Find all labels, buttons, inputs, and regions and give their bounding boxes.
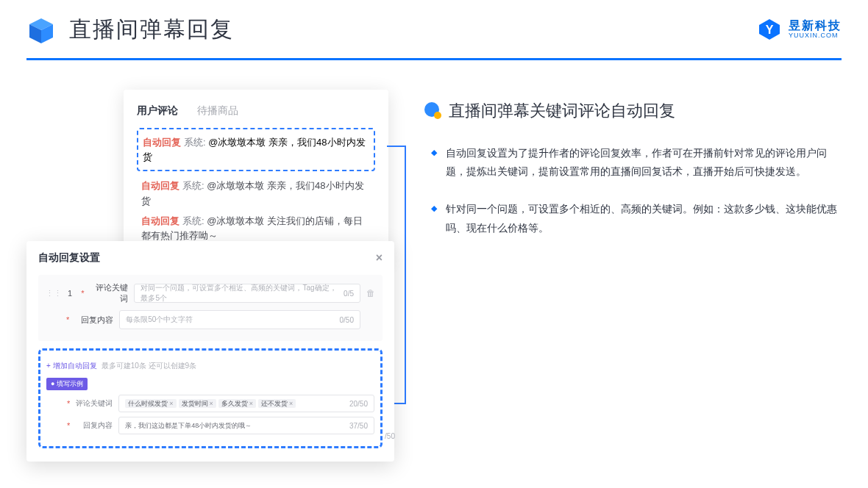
ex-content-label: 回复内容 [76, 420, 113, 431]
tabs: 用户评论 待播商品 [137, 104, 375, 118]
modal-title: 自动回复设置 [38, 251, 100, 265]
keyword-label: 评论关键词 [90, 282, 128, 304]
required-mark: * [81, 289, 84, 298]
content-label: 回复内容 [75, 315, 113, 326]
svg-text:Y: Y [766, 24, 774, 36]
keyword-counter: 0/5 [344, 290, 354, 298]
keyword-tag[interactable]: 什么时候发货× [125, 399, 176, 408]
required-mark: * [66, 315, 69, 324]
form-area: ⋮⋮ 1 * 评论关键词 对同一个问题，可设置多个相近、高频的关键词，Tag确定… [38, 275, 383, 341]
ex-content-input[interactable]: 亲，我们这边都是下单48小时内发货的哦～ 37/50 [118, 417, 374, 434]
auto-reply-tag: 自动回复 [141, 180, 179, 191]
close-icon[interactable]: × [376, 251, 383, 265]
tag-list: 什么时候发货×发货时间×多久发货×还不发货× [125, 399, 298, 409]
add-reply-link[interactable]: + 增加自动回复 [46, 361, 97, 371]
brand-logo-icon: Y [758, 18, 781, 41]
outer-counter: /50 [385, 432, 395, 440]
placeholder-text: 对同一个问题，可设置多个相近、高频的关键词，Tag确定，最多5个 [140, 283, 344, 304]
keyword-input[interactable]: 对同一个问题，可设置多个相近、高频的关键词，Tag确定，最多5个 0/5 [134, 284, 360, 303]
bubble-icon [424, 101, 443, 121]
ex-keyword-input[interactable]: 什么时候发货×发货时间×多久发货×还不发货× 20/50 [118, 395, 374, 412]
ex-content-value: 亲，我们这边都是下单48小时内发货的哦～ [125, 421, 252, 431]
bullet-item: 自动回复设置为了提升作者的评论回复效率，作者可在开播前针对常见的评论用户问题，提… [431, 144, 842, 181]
content-input[interactable]: 每条限50个中文字符 0/50 [119, 310, 360, 329]
settings-modal: 自动回复设置 × ⋮⋮ 1 * 评论关键词 对同一个问题，可设置多个相近、高频的… [26, 241, 394, 462]
item-number: 1 [68, 289, 72, 298]
system-label: 系统: [182, 215, 204, 226]
drag-handle-icon[interactable]: ⋮⋮ [46, 289, 62, 298]
comment-row: 自动回复系统: @冰墩墩本墩 亲亲，我们48小时内发货 [137, 179, 375, 209]
comment-row: 自动回复系统: @冰墩墩本墩 关注我们的店铺，每日都有热门推荐呦～ [137, 214, 375, 245]
placeholder-text: 每条限50个中文字符 [126, 315, 193, 325]
tab-products[interactable]: 待播商品 [197, 104, 238, 118]
ex-content-counter: 37/50 [349, 422, 368, 430]
brand-name-en: YUUXIN.COM [789, 32, 842, 40]
highlighted-comment: 自动回复系统: @冰墩墩本墩 亲亲，我们48小时内发货 [137, 128, 375, 171]
comments-panel: 用户评论 待播商品 自动回复系统: @冰墩墩本墩 亲亲，我们48小时内发货 自动… [124, 90, 388, 260]
content-counter: 0/50 [340, 316, 354, 324]
system-label: 系统: [182, 180, 204, 191]
section-title-row: 直播间弹幕关键词评论自动回复 [424, 100, 842, 122]
keyword-tag[interactable]: 还不发货× [258, 399, 296, 408]
add-hint: 最多可建10条 还可以创建9条 [102, 362, 196, 370]
bullet-item: 针对同一个问题，可设置多个相近的、高频的关键词。例如：这款多少钱、这块能优惠吗、… [431, 200, 842, 237]
brand-block: Y 昱新科技 YUUXIN.COM [758, 18, 842, 41]
required-mark: * [67, 399, 70, 408]
page-title: 直播间弹幕回复 [69, 15, 234, 45]
tab-comments[interactable]: 用户评论 [137, 104, 178, 118]
ex-kw-counter: 20/50 [349, 400, 368, 408]
keyword-tag[interactable]: 多久发货× [218, 399, 256, 408]
auto-reply-tag: 自动回复 [141, 215, 179, 226]
keyword-tag[interactable]: 发货时间× [179, 399, 216, 408]
auto-reply-tag: 自动回复 [143, 137, 181, 148]
section-title: 直播间弹幕关键词评论自动回复 [449, 100, 675, 122]
ex-keyword-label: 评论关键词 [76, 398, 113, 409]
delete-icon[interactable]: 🗑 [366, 288, 375, 298]
required-mark: * [67, 421, 70, 430]
system-label: 系统: [184, 137, 206, 148]
example-badge: ● 填写示例 [46, 378, 88, 390]
bullet-list: 自动回复设置为了提升作者的评论回复效率，作者可在开播前针对常见的评论用户问题，提… [424, 144, 842, 237]
brand-name-cn: 昱新科技 [789, 19, 842, 32]
svg-point-5 [434, 112, 441, 119]
cube-logo-icon [26, 15, 56, 45]
example-box: + 增加自动回复最多可建10条 还可以创建9条 ● 填写示例 * 评论关键词 什… [38, 348, 383, 448]
